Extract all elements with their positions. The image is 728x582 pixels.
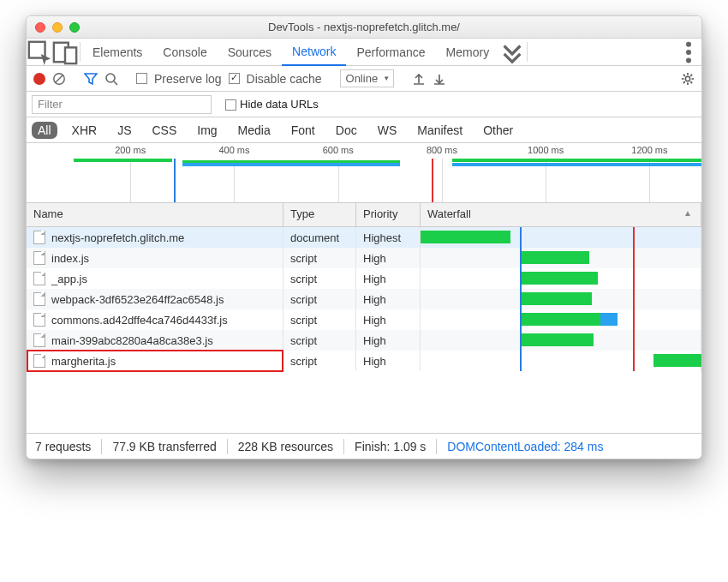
request-type: script	[283, 248, 356, 268]
clear-icon[interactable]	[52, 72, 66, 86]
file-icon	[33, 231, 45, 244]
request-type: document	[283, 227, 356, 248]
request-priority: High	[356, 248, 421, 268]
svg-line-17	[683, 74, 685, 75]
table-row[interactable]: webpack-3df6523e264ff2ac6548.jsscriptHig…	[27, 289, 701, 309]
request-type: script	[283, 330, 356, 351]
table-row[interactable]: main-399abc8280a4a8ca38e3.jsscriptHigh	[27, 330, 701, 351]
throttle-select[interactable]: Online	[340, 69, 395, 87]
request-name: _app.js	[51, 273, 87, 285]
network-toolbar: Preserve log Disable cache Online	[27, 66, 701, 92]
type-filter-font[interactable]: Font	[285, 122, 321, 139]
inspect-element-icon[interactable]	[27, 39, 52, 65]
search-icon[interactable]	[104, 72, 118, 86]
timeline-tick-label: 400 ms	[218, 145, 249, 155]
settings-gear-icon[interactable]	[681, 72, 695, 86]
upload-har-icon[interactable]	[412, 72, 426, 86]
request-type: script	[283, 268, 356, 289]
request-name: nextjs-noprefetch.glitch.me	[51, 231, 184, 244]
file-icon	[33, 251, 45, 265]
request-name: index.js	[51, 252, 89, 265]
file-icon	[33, 333, 45, 347]
request-name: webpack-3df6523e264ff2ac6548.js	[51, 293, 224, 306]
request-waterfall	[421, 289, 701, 309]
svg-line-18	[690, 81, 692, 83]
col-header-name[interactable]: Name	[27, 203, 283, 226]
svg-point-8	[106, 74, 115, 82]
type-filter-doc[interactable]: Doc	[330, 122, 363, 139]
device-toolbar-icon[interactable]	[52, 39, 78, 65]
tab-memory[interactable]: Memory	[436, 39, 500, 65]
request-name: margherita.js	[51, 355, 116, 368]
svg-point-4	[686, 50, 691, 55]
request-type: script	[283, 309, 356, 330]
type-filter-other[interactable]: Other	[477, 122, 519, 139]
tab-console[interactable]: Console	[152, 39, 217, 65]
request-type: script	[283, 351, 356, 371]
disable-cache-checkbox[interactable]: Disable cache	[229, 72, 322, 86]
load-marker	[633, 227, 635, 371]
type-filter-media[interactable]: Media	[232, 122, 277, 139]
tab-performance[interactable]: Performance	[346, 39, 435, 65]
table-row[interactable]: nextjs-noprefetch.glitch.medocumentHighe…	[27, 227, 701, 248]
hide-data-urls-label: Hide data URLs	[240, 98, 319, 111]
table-row[interactable]: index.jsscriptHigh	[27, 248, 701, 268]
file-icon	[33, 313, 45, 327]
timeline-tick-label: 600 ms	[323, 145, 354, 155]
preserve-log-checkbox[interactable]: Preserve log	[136, 72, 222, 86]
svg-line-20	[690, 74, 692, 75]
request-priority: Highest	[356, 227, 421, 248]
request-type: script	[283, 289, 356, 309]
request-waterfall	[421, 268, 701, 289]
table-row[interactable]: margherita.jsscriptHigh	[27, 351, 701, 371]
filter-row: Hide data URLs	[27, 92, 701, 117]
panel-tabs: ElementsConsoleSourcesNetworkPerformance…	[27, 39, 701, 66]
more-tabs-icon[interactable]	[499, 39, 525, 65]
tab-sources[interactable]: Sources	[218, 39, 282, 65]
col-header-priority[interactable]: Priority	[356, 203, 421, 226]
file-icon	[33, 354, 45, 368]
status-transferred: 77.9 KB transferred	[112, 440, 216, 453]
network-table-header: Name Type Priority Waterfall	[27, 203, 701, 227]
throttle-value: Online	[346, 72, 379, 85]
filter-icon[interactable]	[84, 72, 98, 86]
type-filter-css[interactable]: CSS	[146, 122, 182, 139]
svg-line-19	[683, 81, 685, 83]
request-waterfall	[421, 309, 701, 330]
kebab-menu-icon[interactable]	[676, 39, 701, 65]
record-button[interactable]	[33, 73, 45, 85]
request-priority: High	[356, 351, 421, 371]
file-icon	[33, 272, 45, 285]
timeline-tick-label: 1000 ms	[528, 145, 564, 155]
hide-data-urls-checkbox[interactable]: Hide data URLs	[225, 98, 319, 111]
table-row[interactable]: commons.ad42dffe4ca746d4433f.jsscriptHig…	[27, 309, 701, 330]
type-filter-all[interactable]: All	[32, 122, 57, 139]
timeline-tick-label: 800 ms	[427, 145, 457, 155]
col-header-waterfall[interactable]: Waterfall	[421, 203, 701, 226]
timeline-tick-label: 200 ms	[115, 145, 146, 155]
table-row[interactable]: _app.jsscriptHigh	[27, 268, 701, 289]
type-filter-manifest[interactable]: Manifest	[411, 122, 468, 139]
col-header-type[interactable]: Type	[283, 203, 356, 226]
download-har-icon[interactable]	[433, 72, 446, 86]
type-filter-ws[interactable]: WS	[372, 122, 403, 139]
request-waterfall	[421, 248, 701, 268]
status-requests: 7 requests	[35, 440, 91, 453]
request-waterfall	[421, 227, 701, 248]
type-filter-xhr[interactable]: XHR	[66, 122, 104, 139]
request-name: commons.ad42dffe4ca746d4433f.js	[51, 314, 228, 327]
type-filter-js[interactable]: JS	[111, 122, 137, 139]
request-waterfall	[421, 330, 701, 351]
request-priority: High	[356, 289, 421, 309]
filter-input[interactable]	[32, 95, 212, 114]
request-name: main-399abc8280a4a8ca38e3.js	[51, 334, 213, 347]
tab-network[interactable]: Network	[282, 39, 346, 66]
file-icon	[33, 292, 45, 306]
timeline-tick-label: 1200 ms	[631, 145, 667, 155]
timeline-overview[interactable]: 200 ms400 ms600 ms800 ms1000 ms1200 ms	[27, 143, 701, 203]
type-filter-img[interactable]: Img	[191, 122, 223, 139]
request-priority: High	[356, 268, 421, 289]
svg-point-3	[686, 41, 691, 46]
tab-elements[interactable]: Elements	[82, 39, 152, 65]
svg-line-7	[56, 75, 63, 82]
